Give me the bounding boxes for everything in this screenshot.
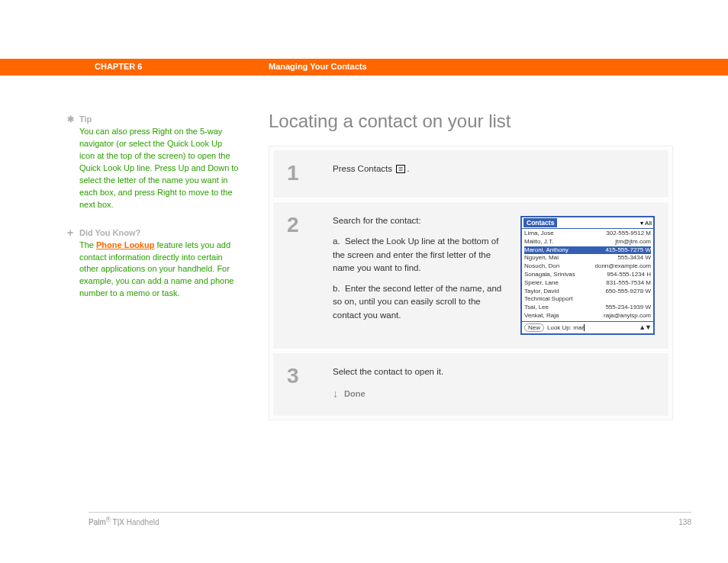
step-number: 3 [287, 365, 333, 387]
chapter-label: CHAPTER 6 [95, 62, 142, 71]
category-dropdown: ▾ All [640, 220, 652, 227]
step-3: 3 Select the contact to open it. ↓ Done [272, 352, 669, 417]
new-button: New [524, 323, 544, 332]
page-title: Locating a contact on your list [269, 111, 673, 132]
step-body: Select the contact to open it. ↓ Done [333, 365, 655, 402]
substep-a: a.Select the Look Up line at the bottom … [333, 235, 504, 275]
step-2: 2 Search for the contact: a.Select the L… [272, 201, 669, 349]
did-you-know-block: + Did You Know? The Phone Lookup feature… [79, 228, 240, 301]
contact-row: Venkat, Rajaraja@anyisp.com [524, 312, 651, 320]
contact-row: Lima, Jose302-555-9512 M [524, 230, 651, 238]
done-indicator: ↓ Done [333, 386, 655, 402]
dyk-heading: + Did You Know? [79, 228, 240, 237]
screenshot-footer: New Look Up: mar ▲▼ [522, 321, 653, 333]
screenshot-title-bar: Contacts ▾ All [522, 217, 653, 229]
tip-block: ✱ Tip You can also press Right on the 5-… [79, 114, 240, 211]
contact-row: Maroni, Anthony415-555-7275 W [524, 246, 651, 255]
main-content: Locating a contact on your list 1 Press … [269, 111, 673, 420]
contact-row: Sonagala, Srinivas954-555-1234 H [524, 271, 651, 279]
substep-b: b.Enter the second letter of the name, a… [333, 282, 504, 322]
tip-heading: ✱ Tip [79, 114, 240, 124]
step-body: Press Contacts ☰. [333, 162, 655, 175]
contacts-icon: ☰ [396, 165, 405, 173]
step-number: 2 [287, 214, 333, 236]
phone-lookup-link[interactable]: Phone Lookup [96, 240, 154, 249]
contacts-list: Lima, Jose302-555-9512 MMalito, J.T.jtm@… [522, 229, 653, 321]
footer-brand: Palm® T|X Handheld [89, 516, 159, 526]
lookup-field: Look Up: mar [547, 324, 639, 331]
step-number: 1 [287, 162, 333, 184]
step-1: 1 Press Contacts ☰. [272, 150, 669, 198]
contacts-app-screenshot: Contacts ▾ All Lima, Jose302-555-9512 MM… [520, 216, 655, 335]
contact-row: Nguyen, Mai555-3434 W [524, 254, 651, 262]
contact-row: Speier, Lane831-555-7534 M [524, 279, 651, 288]
steps-container: 1 Press Contacts ☰. 2 Search for the con… [269, 146, 673, 420]
sidebar: ✱ Tip You can also press Right on the 5-… [79, 114, 240, 300]
contact-row: Tsai, Lee555-234-1939 W [524, 304, 651, 312]
plus-icon: + [67, 227, 73, 239]
dyk-body: The Phone Lookup feature lets you add co… [79, 240, 240, 301]
asterisk-icon: ✱ [67, 114, 74, 124]
contact-row: Nosuch, Dondonn@example.com [524, 262, 651, 271]
contact-row: Malito, J.T.jtm@jtm.com [524, 238, 651, 246]
contact-row: Taylor, David650-555-9278 W [524, 288, 651, 296]
chapter-title: Managing Your Contacts [269, 62, 367, 71]
step-body: Search for the contact: a.Select the Loo… [333, 214, 511, 330]
chapter-header-bar: CHAPTER 6 Managing Your Contacts [0, 59, 728, 76]
screenshot-title: Contacts [523, 218, 557, 227]
footer-rule [89, 512, 691, 513]
scroll-buttons-icon: ▲▼ [639, 323, 651, 331]
contact-row: Technical Support [524, 295, 651, 304]
page-number: 138 [678, 518, 691, 526]
tip-body: You can also press Right on the 5-way na… [79, 126, 240, 211]
down-arrow-icon: ↓ [333, 386, 338, 402]
